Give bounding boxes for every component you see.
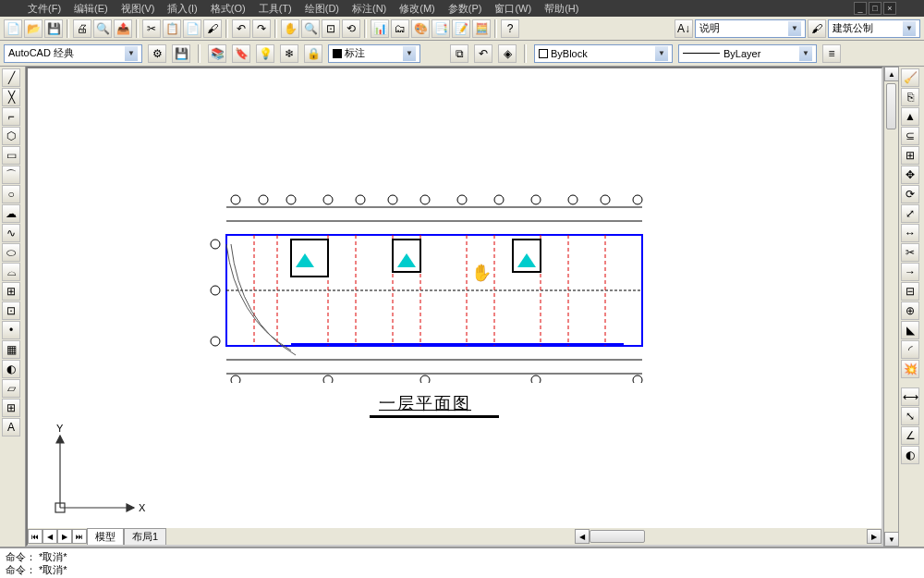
paste-icon[interactable]: 📄 — [183, 19, 201, 38]
erase-icon[interactable]: 🧹 — [901, 68, 919, 87]
menu-file[interactable]: 文件(F) — [28, 2, 61, 16]
copy-icon[interactable]: 📋 — [163, 19, 181, 38]
preview-icon[interactable]: 🔍 — [93, 19, 112, 38]
menu-help[interactable]: 帮助(H) — [544, 2, 578, 16]
fillet-icon[interactable]: ◜ — [901, 340, 919, 359]
circle-icon[interactable]: ○ — [2, 185, 20, 203]
vscroll-up-icon[interactable]: ▲ — [884, 67, 899, 81]
gradient-icon[interactable]: ◐ — [2, 360, 20, 378]
menu-edit[interactable]: 编辑(E) — [74, 2, 108, 16]
design-center-icon[interactable]: 🗂 — [391, 19, 409, 38]
command-window[interactable]: 命令： *取消* 命令： *取消* — [0, 547, 924, 578]
mirror-icon[interactable]: ▲ — [901, 107, 919, 126]
minimize-button[interactable]: _ — [854, 2, 867, 15]
rotate-icon[interactable]: ⟳ — [901, 185, 919, 203]
table-icon[interactable]: ⊞ — [2, 399, 20, 417]
rectangle-icon[interactable]: ▭ — [2, 146, 20, 165]
calc-icon[interactable]: 🧮 — [472, 19, 491, 38]
layer-state-icon[interactable]: 🔖 — [232, 44, 250, 63]
brush-icon[interactable]: 🖌 — [808, 19, 826, 38]
hscroll-thumb[interactable] — [590, 530, 645, 543]
workspace-dropdown[interactable]: AutoCAD 经典 ▼ — [4, 44, 142, 63]
array-icon[interactable]: ⊞ — [901, 146, 919, 165]
cut-icon[interactable]: ✂ — [142, 19, 161, 38]
join-icon[interactable]: ⊕ — [901, 301, 919, 320]
new-icon[interactable]: 📄 — [4, 19, 22, 38]
make-block-icon[interactable]: ⊡ — [2, 301, 20, 320]
tab-model[interactable]: 模型 — [87, 528, 124, 545]
ws-save-icon[interactable]: 💾 — [172, 44, 190, 63]
tool-palette-icon[interactable]: 🎨 — [411, 19, 430, 38]
dim-aligned-icon[interactable]: ⤡ — [901, 407, 919, 425]
hscroll-right-icon[interactable]: ▶ — [867, 529, 881, 544]
explode-icon[interactable]: 💥 — [901, 360, 919, 378]
zoom-prev-icon[interactable]: ⟲ — [342, 19, 360, 38]
close-button[interactable]: × — [883, 2, 896, 15]
dim-angular-icon[interactable]: ∠ — [901, 426, 919, 445]
menu-draw[interactable]: 绘图(D) — [305, 2, 339, 16]
menu-tools[interactable]: 工具(T) — [259, 2, 292, 16]
pan-icon[interactable]: ✋ — [281, 19, 299, 38]
properties-icon[interactable]: 📊 — [371, 19, 389, 38]
lineweight-dropdown[interactable]: ByLayer ▼ — [678, 44, 817, 63]
menu-insert[interactable]: 插入(I) — [167, 2, 197, 16]
layer-icon[interactable]: 📚 — [208, 44, 226, 63]
extend-icon[interactable]: → — [901, 263, 919, 281]
menu-dimension[interactable]: 标注(N) — [352, 2, 386, 16]
text-style-icon[interactable]: A↓ — [675, 19, 693, 38]
insert-block-icon[interactable]: ⊞ — [2, 282, 20, 301]
layer-light-icon[interactable]: 💡 — [256, 44, 274, 63]
menu-modify[interactable]: 修改(M) — [399, 2, 435, 16]
line-icon[interactable]: ╱ — [2, 68, 20, 87]
menu-format[interactable]: 格式(O) — [211, 2, 246, 16]
gear-icon[interactable]: ⚙ — [148, 44, 166, 63]
polyline-icon[interactable]: ⌐ — [2, 107, 20, 126]
construction-line-icon[interactable]: ╳ — [2, 88, 20, 106]
zoom-window-icon[interactable]: ⊡ — [322, 19, 340, 38]
region-icon[interactable]: ▱ — [2, 379, 20, 398]
lineweight-icon[interactable]: ≡ — [822, 44, 841, 63]
dim-dropdown[interactable]: 标注 ▼ — [328, 44, 420, 63]
print-icon[interactable]: 🖨 — [73, 19, 91, 38]
ellipse-arc-icon[interactable]: ⌓ — [2, 263, 20, 281]
layer-match-icon[interactable]: ⧉ — [450, 44, 468, 63]
trim-icon[interactable]: ✂ — [901, 243, 919, 262]
break-icon[interactable]: ⊟ — [901, 282, 919, 301]
markup-icon[interactable]: 📝 — [452, 19, 470, 38]
spline-icon[interactable]: ∿ — [2, 224, 20, 242]
undo-icon[interactable]: ↶ — [232, 19, 250, 38]
hatch-icon[interactable]: ▦ — [2, 340, 20, 359]
publish-icon[interactable]: 📤 — [114, 19, 132, 38]
ellipse-icon[interactable]: ⬭ — [2, 243, 20, 262]
point-icon[interactable]: • — [2, 321, 20, 339]
vscroll-thumb[interactable] — [886, 83, 896, 129]
text-icon[interactable]: A — [2, 418, 20, 437]
drawing-canvas[interactable]: 一层平面图 ✋ X Y ⏮ ◀ ▶ ⏭ 模型 布局1 ◀ — [28, 68, 881, 545]
match-icon[interactable]: 🖌 — [203, 19, 222, 38]
chamfer-icon[interactable]: ◣ — [901, 321, 919, 339]
annotation-dropdown[interactable]: 说明 ▼ — [695, 19, 806, 38]
revision-cloud-icon[interactable]: ☁ — [2, 204, 20, 223]
tab-layout1[interactable]: 布局1 — [124, 528, 166, 545]
menu-view[interactable]: 视图(V) — [121, 2, 155, 16]
tab-first-icon[interactable]: ⏮ — [28, 529, 43, 544]
layer-iso-icon[interactable]: ◈ — [498, 44, 517, 63]
stretch-icon[interactable]: ↔ — [901, 224, 919, 242]
menu-param[interactable]: 参数(P) — [448, 2, 482, 16]
dim-style-dropdown[interactable]: 建筑公制 ▼ — [828, 19, 920, 38]
dim-radius-icon[interactable]: ◐ — [901, 446, 919, 464]
copy-obj-icon[interactable]: ⎘ — [901, 88, 919, 106]
zoom-icon[interactable]: 🔍 — [301, 19, 320, 38]
tab-next-icon[interactable]: ▶ — [57, 529, 72, 544]
tab-last-icon[interactable]: ⏭ — [72, 529, 87, 544]
layer-freeze-icon[interactable]: ❄ — [280, 44, 298, 63]
hscroll-left-icon[interactable]: ◀ — [575, 529, 590, 544]
dim-linear-icon[interactable]: ⟷ — [901, 387, 919, 406]
polygon-icon[interactable]: ⬡ — [2, 127, 20, 145]
help-icon[interactable]: ? — [501, 19, 519, 38]
arc-icon[interactable]: ⌒ — [2, 166, 20, 184]
vscroll-down-icon[interactable]: ▼ — [884, 532, 899, 547]
open-icon[interactable]: 📂 — [24, 19, 43, 38]
layer-lock-icon[interactable]: 🔒 — [304, 44, 322, 63]
vertical-scrollbar[interactable]: ▲ ▼ — [883, 67, 898, 547]
